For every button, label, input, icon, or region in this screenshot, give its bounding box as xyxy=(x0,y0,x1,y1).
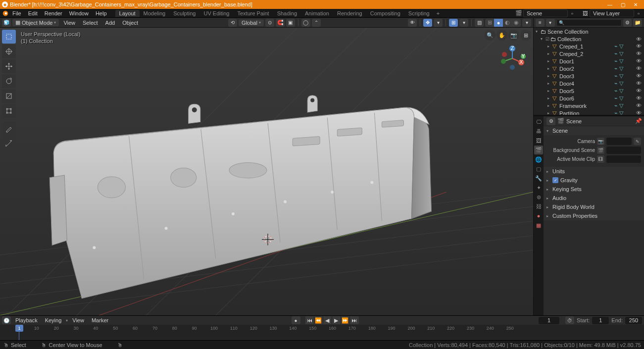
ptab-physics[interactable]: ⊚ xyxy=(534,193,543,201)
eye-icon[interactable]: 👁 xyxy=(636,88,642,94)
workspace-tab-layout[interactable]: Layout xyxy=(115,10,140,17)
add-workspace-button[interactable]: + xyxy=(434,10,443,16)
play-button[interactable]: ▶ xyxy=(332,316,341,324)
ptab-object[interactable]: ▢ xyxy=(534,164,543,173)
play-reverse-button[interactable]: ◀ xyxy=(323,316,332,324)
props-editor-type[interactable]: ⚙ xyxy=(546,117,555,125)
close-button[interactable]: ✕ xyxy=(629,2,642,7)
ptab-output[interactable]: 🖶 xyxy=(534,127,543,136)
ptab-particles[interactable]: ✦ xyxy=(534,183,543,192)
outliner-object[interactable]: ▸▽Framework⌁▽👁 xyxy=(534,102,644,109)
workspace-tab-modeling[interactable]: Modeling xyxy=(140,10,170,17)
workspace-tab-sculpting[interactable]: Sculpting xyxy=(169,10,199,17)
tl-menu-marker[interactable]: Marker xyxy=(89,317,111,323)
outliner-editor-type[interactable]: ≡ xyxy=(536,19,545,27)
outliner-display-mode[interactable]: ▾ xyxy=(546,19,555,27)
orientation-icon[interactable]: ⟲ xyxy=(228,19,237,27)
camera-field[interactable] xyxy=(606,138,632,145)
outliner-object[interactable]: ▸▽Door6⌁▽👁 xyxy=(534,95,644,102)
outliner[interactable]: ▾🗀Scene Collection ▾ ☑ 🗀Collection 👁 ▸▽C… xyxy=(534,28,644,115)
tool-annotate[interactable] xyxy=(2,122,16,136)
scene-field[interactable]: Scene xyxy=(523,9,568,17)
proportional-edit-button[interactable]: ◯ xyxy=(301,19,310,27)
tool-move[interactable] xyxy=(2,59,16,73)
outliner-new-collection[interactable]: 📁 xyxy=(633,19,642,27)
tool-rotate[interactable] xyxy=(2,74,16,88)
eye-icon[interactable]: 👁 xyxy=(636,50,642,57)
pin-icon[interactable]: 📌 xyxy=(635,118,642,124)
shading-wireframe[interactable]: ⊞ xyxy=(485,19,494,27)
ptab-modifiers[interactable]: 🔧 xyxy=(534,174,543,183)
panel-units[interactable]: ▸Units xyxy=(544,167,644,176)
workspace-tab-shading[interactable]: Shading xyxy=(273,10,301,17)
ptab-texture[interactable]: ▦ xyxy=(534,221,543,230)
ptab-render[interactable]: 🖵 xyxy=(534,117,543,126)
clip-field[interactable] xyxy=(606,155,641,163)
ptab-scene[interactable]: 🎬 xyxy=(534,146,543,154)
outliner-collection[interactable]: ▾ ☑ 🗀Collection 👁 xyxy=(534,35,644,43)
panel-custom-props[interactable]: ▸Custom Properties xyxy=(544,211,644,220)
timeline-editor-type[interactable]: 🕐 xyxy=(2,316,11,324)
eye-icon[interactable]: 👁 xyxy=(636,43,642,50)
current-frame-field[interactable]: 1 xyxy=(539,317,559,324)
maximize-button[interactable]: ▢ xyxy=(616,2,629,7)
minimize-button[interactable]: ― xyxy=(603,2,616,7)
snap-button[interactable]: 🧲 xyxy=(276,19,285,27)
vp-menu-object[interactable]: Object xyxy=(119,20,141,26)
jump-prev-keyframe[interactable]: ⏪ xyxy=(314,316,323,324)
nav-gizmo[interactable]: X Y Z xyxy=(498,45,526,72)
outliner-search-input[interactable] xyxy=(556,19,622,26)
xray-button[interactable]: ▧ xyxy=(475,19,484,27)
outliner-object[interactable]: ▸▽Door5⌁▽👁 xyxy=(534,87,644,95)
start-frame-field[interactable]: 1 xyxy=(592,317,609,324)
menu-edit[interactable]: Edit xyxy=(25,10,41,16)
viewlayer-field[interactable]: View Layer xyxy=(590,9,634,17)
gizmo-toggle-button[interactable]: ✥ xyxy=(423,19,432,27)
jump-end-button[interactable]: ⏭ xyxy=(350,316,359,324)
eye-icon[interactable]: 👁 xyxy=(636,65,642,72)
eye-icon[interactable]: 👁 xyxy=(636,36,642,42)
ptab-viewlayer[interactable]: 🖼 xyxy=(534,136,543,145)
editor-type-button[interactable]: 🧊 xyxy=(2,19,11,27)
playhead[interactable]: 1 xyxy=(19,325,19,340)
tool-transform[interactable] xyxy=(2,104,16,118)
bgscene-field[interactable] xyxy=(606,147,641,154)
overlays-toggle-button[interactable]: ⊞ xyxy=(449,19,458,27)
workspace-tab-rendering[interactable]: Rendering xyxy=(333,10,366,17)
outliner-object[interactable]: ▸▽Creped_2⌁▽👁 xyxy=(534,50,644,57)
workspace-tab-compositing[interactable]: Compositing xyxy=(366,10,404,17)
mode-dropdown[interactable]: ▦ Object Mode ▾ xyxy=(12,19,59,26)
workspace-tab-scripting[interactable]: Scripting xyxy=(404,10,434,17)
gizmo-options-button[interactable]: ▾ xyxy=(434,19,443,27)
vp-menu-select[interactable]: Select xyxy=(80,20,101,26)
menu-help[interactable]: Help xyxy=(92,10,110,16)
jump-next-keyframe[interactable]: ⏩ xyxy=(341,316,350,324)
clip-picker-icon[interactable]: 🎞 xyxy=(597,155,604,163)
nav-camera-icon[interactable]: 📷 xyxy=(508,30,519,41)
shading-rendered[interactable]: ◉ xyxy=(512,19,521,27)
workspace-tab-animation[interactable]: Animation xyxy=(301,10,333,17)
pivot-button[interactable]: ⊙ xyxy=(265,19,274,27)
vp-menu-view[interactable]: View xyxy=(60,20,78,26)
camera-picker-icon[interactable]: 📷 xyxy=(597,138,604,145)
tool-measure[interactable] xyxy=(2,137,16,150)
ptab-world[interactable]: 🌐 xyxy=(534,155,543,164)
panel-gravity[interactable]: ▸✓Gravity xyxy=(544,176,644,185)
preview-range-button[interactable]: ⏱ xyxy=(565,316,574,324)
vp-menu-add[interactable]: Add xyxy=(102,20,118,26)
panel-audio[interactable]: ▸Audio xyxy=(544,194,644,202)
nav-pan-icon[interactable]: ✋ xyxy=(496,30,507,41)
timeline-ruler[interactable]: 1 01020304050607080901001101201301401501… xyxy=(0,325,644,340)
viewport-3d[interactable]: User Perspective (Local) (1) Collection … xyxy=(0,28,533,315)
eye-icon[interactable]: 👁 xyxy=(636,80,642,87)
tl-menu-playback[interactable]: Playback xyxy=(12,317,41,323)
menu-file[interactable]: File xyxy=(9,10,25,16)
ptab-constraints[interactable]: ⛓ xyxy=(534,202,543,211)
jump-start-button[interactable]: ⏮ xyxy=(305,316,314,324)
workspace-tab-texpaint[interactable]: Texture Paint xyxy=(233,10,273,17)
outliner-object[interactable]: ▸▽Door1⌁▽👁 xyxy=(534,57,644,65)
outliner-scene-collection[interactable]: ▾🗀Scene Collection xyxy=(534,28,644,35)
shading-lookdev[interactable]: ◐ xyxy=(503,19,512,27)
viewlayer-new-button[interactable]: ▫ xyxy=(635,10,642,17)
nav-ortho-icon[interactable]: ⊞ xyxy=(520,30,531,41)
